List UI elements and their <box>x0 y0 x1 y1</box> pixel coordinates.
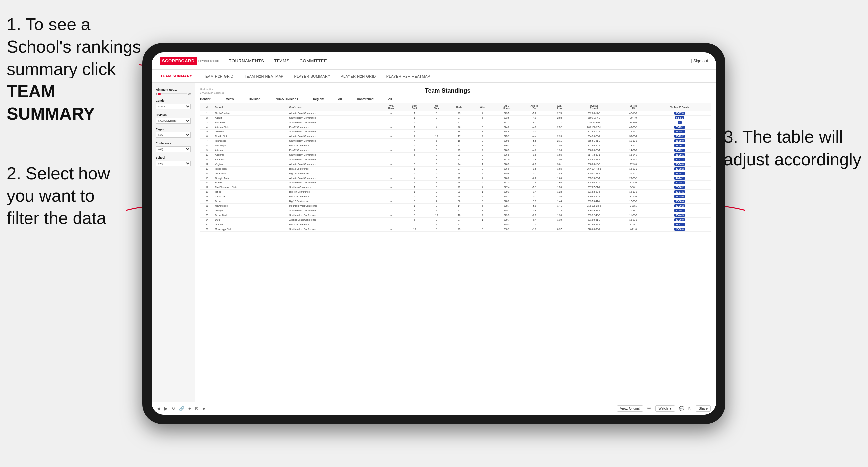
table-row[interactable]: 25 Oregon Pac-12 Conference – 5 7 21 0 2… <box>200 222 711 227</box>
cell-overall-record: 262 86-25-1 <box>570 144 618 148</box>
filter-slider[interactable] <box>158 93 187 94</box>
col-conference: Conference <box>288 103 380 111</box>
toolbar-grid[interactable]: ⊠ <box>195 406 199 411</box>
cell-avg-rank: – <box>379 213 403 218</box>
filter-region-select[interactable]: N/A <box>156 132 191 138</box>
nav-committee[interactable]: COMMITTEE <box>300 58 327 63</box>
cell-vs-top25: 8-14-0 <box>618 194 648 199</box>
table-row[interactable]: 22 Georgia Southeastern Conference – 8 7… <box>200 208 711 213</box>
table-row[interactable]: 9 Arizona Pac-12 Conference – 2 8 23 2 2… <box>200 148 711 153</box>
cell-no-tour: 5 <box>426 120 447 125</box>
cell-rank: 9 <box>200 148 214 153</box>
cell-vs-top50-pts: 29-15-1 <box>648 129 711 134</box>
nav-teams[interactable]: TEAMS <box>274 58 289 63</box>
table-row[interactable]: 5 Ole Miss Southeastern Conference – 3 6… <box>200 129 711 134</box>
table-row[interactable]: 16 Florida Southeastern Conference – 7 9… <box>200 181 711 185</box>
cell-overall-record: 265 76-26-1 <box>570 176 618 181</box>
cell-adj-score: 275.7 <box>494 134 519 139</box>
table-row[interactable]: 2 Auburn Southeastern Conference – 1 9 2… <box>200 116 711 120</box>
nav-tournaments[interactable]: TOURNAMENTS <box>229 58 264 63</box>
toolbar-back[interactable]: ◀ <box>157 406 160 411</box>
cell-conference: Southeastern Conference <box>288 116 380 120</box>
toolbar-clock[interactable]: ● <box>203 406 205 411</box>
table-row[interactable]: 7 Tennessee Southeastern Conference – 4 … <box>200 139 711 144</box>
table-row[interactable]: 1 North Carolina Atlantic Coast Conferen… <box>200 111 711 116</box>
cell-rnds: 27 <box>447 166 471 171</box>
cell-no-tour: 8 <box>426 144 447 148</box>
cell-rank: 1 <box>200 111 214 116</box>
table-row[interactable]: 10 Alabama Southeastern Conference – 5 8… <box>200 153 711 157</box>
cell-overall-record: 260 83-25-1 <box>570 194 618 199</box>
cell-rank: 6 <box>200 134 214 139</box>
tab-team-h2h-heatmap[interactable]: TEAM H2H HEATMAP <box>243 69 284 83</box>
cell-adj-score: 273.6 <box>494 116 519 120</box>
sign-out-link[interactable]: | Sign out <box>691 59 708 63</box>
table-row[interactable]: 11 Arkansas Southeastern Conference – 6 … <box>200 157 711 162</box>
table-row[interactable]: 13 Texas Tech Big 12 Conference – 1 9 27… <box>200 166 711 171</box>
cell-rank: 21 <box>200 204 214 208</box>
cell-school: Texas Tech <box>214 166 288 171</box>
table-row[interactable]: 8 Washington Pac-12 Conference – 2 8 23 … <box>200 144 711 148</box>
table-row[interactable]: 6 Florida State Atlantic Coast Conferenc… <box>200 134 711 139</box>
tab-player-h2h-heatmap[interactable]: PLAYER H2H HEATMAP <box>386 69 431 83</box>
tab-player-h2h-grid[interactable]: PLAYER H2H GRID <box>340 69 376 83</box>
toolbar-reload[interactable]: ↻ <box>172 406 175 411</box>
table-row[interactable]: 17 East Tennessee State Southern Confere… <box>200 185 711 190</box>
col-overall-record: OverallRecord <box>570 103 618 111</box>
cell-wins: 6 <box>471 120 494 125</box>
table-row[interactable]: 12 Virginia Atlantic Coast Conference – … <box>200 162 711 166</box>
cell-wins: 3 <box>471 125 494 129</box>
table-row[interactable]: 20 Texas Big 12 Conference – 3 7 30 5 27… <box>200 199 711 204</box>
toolbar-share2[interactable]: 🔗 <box>179 406 184 411</box>
toolbar-expand[interactable]: ⇱ <box>688 406 692 411</box>
table-row[interactable]: 26 Mississippi State Southeastern Confer… <box>200 227 711 231</box>
cell-no-tour: 9 <box>426 204 447 208</box>
slider-thumb[interactable] <box>158 93 161 95</box>
cell-avg-low: 2.20 <box>549 134 570 139</box>
table-row[interactable]: 23 Texas A&M Southeastern Conference – 9… <box>200 213 711 218</box>
table-row[interactable]: 19 California Pac-12 Conference – 4 8 24… <box>200 194 711 199</box>
col-avg-rank: Avg.Rank <box>379 103 403 111</box>
cell-school: Auburn <box>214 116 288 120</box>
cell-conference: Southeastern Conference <box>288 227 380 231</box>
cell-adj-score: 278.7 <box>494 204 519 208</box>
filter-division-select[interactable]: NCAA Division I <box>156 118 191 124</box>
filter-gender-select[interactable]: Men's <box>156 104 191 109</box>
cell-overall-record: 268 82-28-1 <box>570 157 618 162</box>
cell-rnds: 23 <box>447 148 471 153</box>
cell-rank: 11 <box>200 157 214 162</box>
cell-avg-to-par: -4.0 <box>519 125 549 129</box>
tab-player-summary[interactable]: PLAYER SUMMARY <box>293 69 331 83</box>
toolbar-forward[interactable]: ▶ <box>164 406 167 411</box>
table-row[interactable]: 4 Arizona State Pac-12 Conference – 1 4 … <box>200 125 711 129</box>
toolbar-eye[interactable]: 👁 <box>647 406 651 411</box>
table-row[interactable]: 18 Illinois Big Ten Conference – 1 9 23 … <box>200 190 711 194</box>
cell-vs-top50-pts: 23-18-2 <box>648 185 711 190</box>
cell-conf-rank: 1 <box>403 111 426 116</box>
cell-avg-low: 1.28 <box>549 208 570 213</box>
division-filter-val: NCAA Division I <box>276 97 298 101</box>
table-row[interactable]: 3 Vanderbilt Southeastern Conference – 2… <box>200 120 711 125</box>
view-original-button[interactable]: View: Original <box>617 405 644 412</box>
filter-conference-select[interactable]: (All) <box>156 146 191 152</box>
toolbar-chat[interactable]: 💬 <box>679 406 684 411</box>
cell-conference: Pac-12 Conference <box>288 144 380 148</box>
cell-vs-top25: 15-32-2 <box>618 166 648 171</box>
cell-adj-score: 276.9 <box>494 153 519 157</box>
table-row[interactable]: 15 Georgia Tech Atlantic Coast Conferenc… <box>200 176 711 181</box>
cell-rank: 3 <box>200 120 214 125</box>
cell-school: Tennessee <box>214 139 288 144</box>
col-wins: Wins <box>471 103 494 111</box>
filter-school-select[interactable]: (All) <box>156 161 191 166</box>
filter-school-label: School <box>156 156 191 159</box>
tab-team-h2h-grid[interactable]: TEAM H2H GRID <box>203 69 235 83</box>
cell-adj-score: 279.7 <box>494 218 519 222</box>
share-button[interactable]: Share <box>696 405 711 412</box>
watch-button[interactable]: Watch ▼ <box>655 405 675 412</box>
table-row[interactable]: 21 New Mexico Mountain West Conference –… <box>200 204 711 208</box>
table-row[interactable]: 14 Oklahoma Big 12 Conference – 2 4 24 2… <box>200 171 711 176</box>
toolbar-add[interactable]: + <box>188 406 191 411</box>
table-row[interactable]: 24 Duke Atlantic Coast Conference – 5 9 … <box>200 218 711 222</box>
cell-conf-rank: 9 <box>403 213 426 218</box>
tab-team-summary[interactable]: TEAM SUMMARY <box>160 69 193 83</box>
